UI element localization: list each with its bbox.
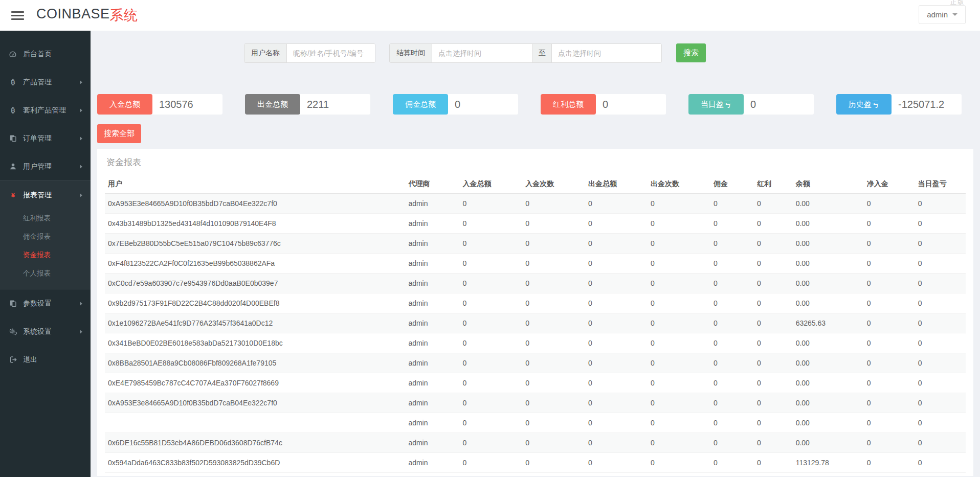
time-to-input[interactable]: [552, 44, 661, 62]
value-cell: 0: [864, 273, 915, 293]
value-cell: 0.00: [793, 413, 864, 433]
value-cell: 0: [864, 373, 915, 393]
value-cell: 0: [522, 333, 585, 353]
value-cell: admin: [405, 393, 459, 413]
value-cell: 0: [459, 373, 522, 393]
col-header-agent: 代理商: [405, 175, 459, 193]
table-row: 0x594aDda6463C833b83f502D593083825dD39Cb…: [105, 452, 966, 472]
time-from-input[interactable]: [432, 44, 532, 62]
value-cell: 0: [648, 452, 710, 472]
value-cell: 0: [585, 452, 648, 472]
value-cell: 0: [915, 393, 966, 413]
col-header-today-pnl: 当日盈亏: [915, 175, 966, 193]
table-row: 0x43b31489bD1325ed43148f4d101090B79140E4…: [105, 213, 966, 233]
user-address-cell: 0xF4f8123522CA2Ff0C0f21635eB99b65038862A…: [105, 253, 405, 273]
sidebar-item-dividend-report[interactable]: 红利报表: [0, 209, 91, 228]
value-cell: 0: [522, 393, 585, 413]
value-cell: 0: [522, 273, 585, 293]
value-cell: 0: [754, 293, 793, 313]
value-cell: admin: [405, 333, 459, 353]
stat-card-withdraw-total: 出金总额 2211: [245, 94, 370, 115]
user-address-cell: 0x6DE16c55B81D53eb4A86DEBD06d3608D76cfB7…: [105, 433, 405, 452]
user-address-cell: 0x9b2d975173F91F8D22C2B4C88dd020f4D00EBE…: [105, 293, 405, 313]
value-cell: 0: [915, 273, 966, 293]
svg-text:¥: ¥: [11, 191, 15, 199]
sidebar-item-logout[interactable]: 退出: [0, 346, 91, 374]
value-cell: 0: [864, 433, 915, 452]
sidebar-item-arbitrage-products[interactable]: B 套利产品管理: [0, 96, 91, 124]
value-cell: 0: [754, 233, 793, 253]
value-cell: 0: [648, 233, 710, 253]
value-cell: admin: [405, 293, 459, 313]
value-cell: 0: [915, 213, 966, 233]
value-cell: 0: [864, 452, 915, 472]
report-table-body: 0xA953E3e84665A9D10f0B35bdD7caB04Ee322c7…: [105, 193, 966, 472]
sidebar-item-users[interactable]: 用户管理: [0, 152, 91, 180]
value-cell: admin: [405, 273, 459, 293]
sidebar-item-funds-report[interactable]: 资金报表: [0, 246, 91, 264]
sidebar-item-personal-report[interactable]: 个人报表: [0, 264, 91, 283]
sidebar-item-reports[interactable]: ¥ 报表管理: [0, 181, 91, 209]
value-cell: 0: [864, 253, 915, 273]
table-row: 0x341BeBD0E02BE6018e583abDa52173010D0E18…: [105, 333, 966, 353]
search-all-row: 搜索全部: [97, 124, 973, 143]
value-cell: 0.00: [793, 433, 864, 452]
table-row: 0xA953E3e84665A9D10f0B35bdD7caB04Ee322c7…: [105, 193, 966, 213]
bitcoin-icon: B: [8, 78, 17, 86]
stat-label: 出金总额: [245, 94, 300, 115]
user-address-cell: 0xC0cd7e59a603907c7e9543976Dd0aaB0E0b039…: [105, 273, 405, 293]
value-cell: 0.00: [793, 373, 864, 393]
col-header-balance: 余额: [793, 175, 864, 193]
col-header-withdraw-count: 出金次数: [648, 175, 710, 193]
value-cell: 0: [585, 213, 648, 233]
value-cell: 0: [522, 233, 585, 253]
value-cell: admin: [405, 452, 459, 472]
value-cell: 0: [585, 413, 648, 433]
table-header-row: 用户 代理商 入金总额 入金次数 出金总额 出金次数 佣金 红利 余额 净入金 …: [105, 175, 966, 193]
value-cell: 0: [915, 413, 966, 433]
table-row: 0xA953E3e84665A9D10f0B35bdD7caB04Ee322c7…: [105, 393, 966, 413]
sidebar-item-commission-report[interactable]: 佣金报表: [0, 228, 91, 246]
value-cell: 0: [754, 193, 793, 213]
value-cell: 0: [459, 213, 522, 233]
files-icon: [8, 134, 17, 143]
value-cell: 0: [864, 353, 915, 373]
value-cell: 0: [585, 253, 648, 273]
sidebar-item-parameters[interactable]: 参数设置: [0, 289, 91, 317]
gears-icon: [8, 328, 17, 336]
value-cell: 0: [754, 433, 793, 452]
brand-text: COINBASE: [36, 6, 110, 25]
value-cell: 0: [864, 233, 915, 253]
sidebar-item-system-settings[interactable]: 系统设置: [0, 317, 91, 346]
value-cell: admin: [405, 353, 459, 373]
username-input[interactable]: [287, 44, 375, 62]
table-row: 0x8BBa28501AE88a9Cb08086Fbf809268A1fe791…: [105, 353, 966, 373]
brand-logo: COINBASE 系统: [36, 6, 138, 25]
chevron-right-icon: [80, 165, 82, 169]
value-cell: 0: [915, 373, 966, 393]
chevron-right-icon: [80, 108, 82, 112]
value-cell: 0: [710, 313, 754, 333]
value-cell: 0: [754, 313, 793, 333]
search-all-button[interactable]: 搜索全部: [97, 124, 141, 143]
search-button[interactable]: 搜索: [676, 43, 706, 62]
value-cell: 0: [710, 273, 754, 293]
admin-dropdown[interactable]: admin: [919, 5, 966, 24]
stat-value: 0: [448, 94, 518, 115]
sidebar-item-products[interactable]: B 产品管理: [0, 68, 91, 96]
file-icon: [8, 300, 17, 308]
hamburger-menu-icon[interactable]: [11, 9, 24, 22]
value-cell: 0: [864, 333, 915, 353]
table-row: 0x7EBeb2B80D55bC5eE515a079C10475b89c6377…: [105, 233, 966, 253]
user-address-cell: 0x7EBeb2B80D55bC5eE515a079C10475b89c6377…: [105, 233, 405, 253]
sidebar-item-orders[interactable]: 订单管理: [0, 124, 91, 152]
value-cell: 0: [459, 293, 522, 313]
value-cell: 0: [648, 333, 710, 353]
chevron-right-icon: [80, 330, 82, 334]
value-cell: 0: [648, 313, 710, 333]
value-cell: 0: [522, 193, 585, 213]
value-cell: 0: [459, 393, 522, 413]
sidebar-item-dashboard[interactable]: 后台首页: [0, 40, 91, 68]
table-row: 0x1e1096272BAe541fc9D776A23f457f3641a0Dc…: [105, 313, 966, 333]
stat-label: 当日盈亏: [688, 94, 744, 115]
